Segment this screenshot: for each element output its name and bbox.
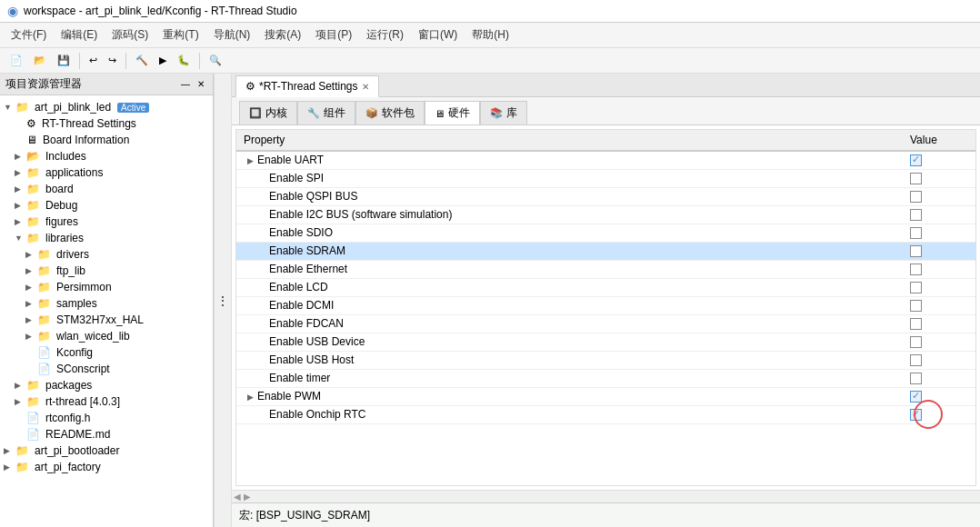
value-cell[interactable] xyxy=(903,260,975,278)
table-row[interactable]: Enable QSPI BUS xyxy=(236,187,975,205)
toolbar-search[interactable]: 🔍 xyxy=(205,52,226,69)
toolbar-redo[interactable]: ↪ xyxy=(104,52,121,69)
tree-item-README.md[interactable]: 📄README.md xyxy=(0,426,213,442)
tree-label-samples: samples xyxy=(56,297,97,310)
tree-item-art_pi_bootloader[interactable]: ▶📁art_pi_bootloader xyxy=(0,442,213,459)
menu-item-重构(T)[interactable]: 重构(T) xyxy=(155,25,205,45)
inner-tab-库[interactable]: 📚库 xyxy=(480,101,527,124)
value-cell[interactable] xyxy=(903,169,975,187)
toolbar-run[interactable]: ▶ xyxy=(155,52,171,69)
checkbox[interactable] xyxy=(910,245,922,257)
menu-item-文件(F)[interactable]: 文件(F) xyxy=(4,25,54,45)
horizontal-scrollbar[interactable]: ◀ ▶ xyxy=(232,490,980,502)
collapse-arrow[interactable]: ▶ xyxy=(247,393,254,402)
table-row[interactable]: Enable DCMI xyxy=(236,296,975,314)
settings-tab[interactable]: ⚙ *RT-Thread Settings ✕ xyxy=(235,75,379,97)
tree-item-packages[interactable]: ▶📁packages xyxy=(0,377,213,393)
tree-item-libraries[interactable]: ▼📁libraries xyxy=(0,230,213,246)
checkbox[interactable] xyxy=(910,209,922,221)
panel-divider[interactable]: ⋮ xyxy=(214,74,232,527)
inner-tab-内核[interactable]: 🔲内核 xyxy=(239,101,297,124)
tree-item-figures[interactable]: ▶📁figures xyxy=(0,214,213,230)
collapse-arrow[interactable]: ▶ xyxy=(247,156,254,165)
value-cell[interactable] xyxy=(903,387,975,405)
property-label: Enable Onchip RTC xyxy=(269,408,366,421)
table-row[interactable]: Enable SPI xyxy=(236,169,975,187)
checkbox[interactable] xyxy=(910,264,922,275)
tree-item-rt-thread[interactable]: ▶📁rt-thread [4.0.3] xyxy=(0,393,213,410)
menu-item-导航(N)[interactable]: 导航(N) xyxy=(206,25,258,45)
value-cell[interactable] xyxy=(903,333,975,351)
table-row[interactable]: Enable I2C BUS (software simulation) xyxy=(236,205,975,224)
tree-item-samples[interactable]: ▶📁samples xyxy=(0,295,213,312)
checkbox[interactable] xyxy=(910,191,922,203)
toolbar-open[interactable]: 📂 xyxy=(29,52,51,69)
tree-item-art_pi_blink_led[interactable]: ▼📁art_pi_blink_ledActive xyxy=(0,99,213,115)
toolbar-save[interactable]: 💾 xyxy=(53,52,75,69)
checkbox[interactable] xyxy=(910,373,922,384)
tree-item-STM32H7xx_HAL[interactable]: ▶📁STM32H7xx_HAL xyxy=(0,312,213,328)
menu-item-搜索(A)[interactable]: 搜索(A) xyxy=(257,25,308,45)
table-row[interactable]: Enable USB Device xyxy=(236,333,975,351)
panel-close-btn[interactable]: ✕ xyxy=(195,78,207,90)
tree-item-wlan_wiced_lib[interactable]: ▶📁wlan_wiced_lib xyxy=(0,328,213,344)
tree-item-Persimmon[interactable]: ▶📁Persimmon xyxy=(0,279,213,295)
value-cell[interactable] xyxy=(903,242,975,260)
inner-tab-软件包[interactable]: 📦软件包 xyxy=(355,101,425,124)
checkbox[interactable] xyxy=(910,318,922,330)
menu-item-项目(P)[interactable]: 项目(P) xyxy=(308,25,359,45)
checkbox[interactable] xyxy=(910,336,922,348)
table-row[interactable]: Enable FDCAN xyxy=(236,314,975,333)
settings-tab-close[interactable]: ✕ xyxy=(362,82,369,92)
tree-item-rtconfig.h[interactable]: 📄rtconfig.h xyxy=(0,410,213,426)
menu-item-源码(S)[interactable]: 源码(S) xyxy=(105,25,155,45)
checkbox[interactable] xyxy=(910,300,922,312)
menu-item-编辑(E)[interactable]: 编辑(E) xyxy=(54,25,105,45)
tree-item-includes[interactable]: ▶📂Includes xyxy=(0,148,213,164)
toolbar-undo[interactable]: ↩ xyxy=(85,52,102,69)
table-row[interactable]: Enable LCD xyxy=(236,278,975,296)
table-row[interactable]: ▶Enable PWM xyxy=(236,387,975,405)
value-cell[interactable] xyxy=(903,187,975,205)
tree-item-SConscript[interactable]: 📄SConscript xyxy=(0,361,213,377)
tree-item-board-information[interactable]: 🖥Board Information xyxy=(0,132,213,148)
table-row[interactable]: Enable SDRAM xyxy=(236,242,975,260)
value-cell[interactable] xyxy=(903,224,975,242)
tree-item-Kconfig[interactable]: 📄Kconfig xyxy=(0,344,213,361)
tree-item-ftp_lib[interactable]: ▶📁ftp_lib xyxy=(0,263,213,279)
table-row[interactable]: Enable timer xyxy=(236,369,975,387)
menu-item-窗口(W)[interactable]: 窗口(W) xyxy=(411,25,465,45)
inner-tab-组件[interactable]: 🔧组件 xyxy=(297,101,355,124)
toolbar-debug[interactable]: 🐛 xyxy=(173,52,195,69)
tree-item-drivers[interactable]: ▶📁drivers xyxy=(0,246,213,263)
table-row[interactable]: ▶Enable UART xyxy=(236,151,975,169)
menu-item-运行(R)[interactable]: 运行(R) xyxy=(359,25,411,45)
value-cell[interactable] xyxy=(903,151,975,169)
value-cell[interactable] xyxy=(903,351,975,369)
value-cell[interactable] xyxy=(903,369,975,387)
tree-item-applications[interactable]: ▶📁applications xyxy=(0,164,213,181)
toolbar-build[interactable]: 🔨 xyxy=(131,52,153,69)
checkbox[interactable] xyxy=(910,282,922,293)
panel-minimize-btn[interactable]: — xyxy=(178,78,193,90)
value-cell[interactable] xyxy=(903,205,975,224)
value-cell[interactable] xyxy=(903,278,975,296)
menu-item-帮助(H)[interactable]: 帮助(H) xyxy=(465,25,516,45)
table-row[interactable]: Enable USB Host xyxy=(236,351,975,369)
tree-item-rt-thread-settings[interactable]: ⚙RT-Thread Settings xyxy=(0,115,213,132)
table-row[interactable]: Enable Onchip RTC xyxy=(236,405,975,423)
checkbox[interactable] xyxy=(910,154,922,166)
checkbox[interactable] xyxy=(910,227,922,239)
toolbar-new[interactable]: 📄 xyxy=(5,52,27,69)
table-row[interactable]: Enable Ethernet xyxy=(236,260,975,278)
value-cell[interactable] xyxy=(903,405,975,423)
tree-item-board[interactable]: ▶📁board xyxy=(0,181,213,197)
tree-item-Debug[interactable]: ▶📁Debug xyxy=(0,197,213,214)
inner-tab-硬件[interactable]: 🖥硬件 xyxy=(425,101,480,124)
value-cell[interactable] xyxy=(903,314,975,333)
checkbox[interactable] xyxy=(910,354,922,366)
tree-item-art_pi_factory[interactable]: ▶📁art_pi_factory xyxy=(0,459,213,475)
value-cell[interactable] xyxy=(903,296,975,314)
checkbox[interactable] xyxy=(910,173,922,184)
table-row[interactable]: Enable SDIO xyxy=(236,224,975,242)
